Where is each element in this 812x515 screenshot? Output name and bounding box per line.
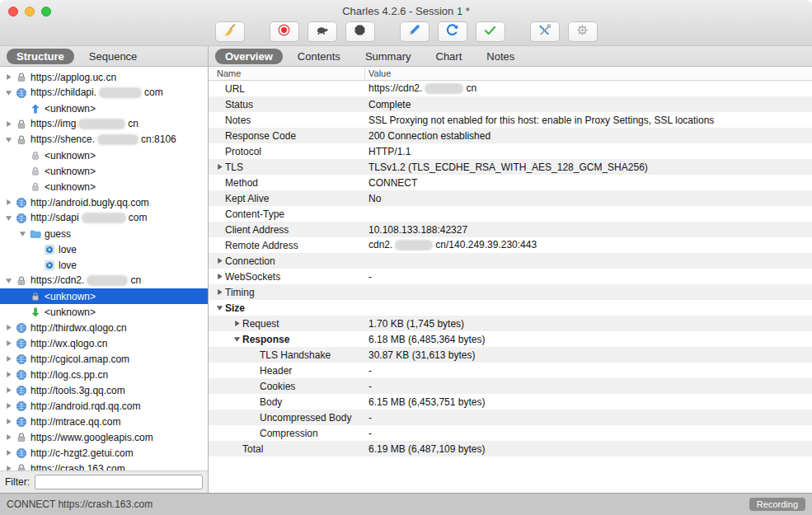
expander-closed-icon[interactable] xyxy=(214,163,225,171)
throttle-button[interactable] xyxy=(307,21,337,42)
expander-closed-icon[interactable] xyxy=(214,288,225,296)
record-button[interactable] xyxy=(270,21,299,42)
breakpoints-button[interactable] xyxy=(345,21,375,42)
expander-closed-icon[interactable] xyxy=(3,120,14,128)
expander-open-icon[interactable] xyxy=(3,214,14,222)
expander-closed-icon[interactable] xyxy=(3,355,14,363)
overview-row-content-type[interactable]: Content-Type xyxy=(209,206,812,222)
overview-row-size[interactable]: Size xyxy=(209,300,812,316)
overview-row-body[interactable]: Body6.15 MB (6,453,751 bytes) xyxy=(209,394,812,410)
overview-row-tls-handshake[interactable]: TLS Handshake30.87 KB (31,613 bytes) xyxy=(209,347,812,363)
tree-item-http-thirdwx-qlogo-cn[interactable]: http://thirdwx.qlogo.cn xyxy=(0,320,208,335)
lock-icon xyxy=(14,134,28,146)
expander-closed-icon[interactable] xyxy=(232,320,242,327)
overview-row-status[interactable]: StatusComplete xyxy=(209,96,812,112)
overview-row-websockets[interactable]: WebSockets- xyxy=(209,269,812,284)
tree-item-https-cdn2-cn[interactable]: https://cdn2.cn xyxy=(0,273,208,288)
tree-item-http-wx-qlogo-cn[interactable]: http://wx.qlogo.cn xyxy=(0,335,208,351)
tree-item-love[interactable]: love xyxy=(0,241,208,257)
overview-row-request[interactable]: Request1.70 KB (1,745 bytes) xyxy=(209,316,812,331)
tree-item-unknown[interactable]: <unknown> xyxy=(0,147,208,163)
overview-row-method[interactable]: MethodCONNECT xyxy=(209,175,812,190)
tools-button[interactable] xyxy=(530,21,560,42)
compose-button[interactable] xyxy=(400,21,429,42)
expander-open-icon[interactable] xyxy=(214,304,225,311)
tree-item-http-c-hzgt2-getui-com[interactable]: http://c-hzgt2.getui.com xyxy=(0,445,208,461)
settings-button[interactable] xyxy=(568,21,598,42)
tree-item-unknown[interactable]: <unknown> xyxy=(0,163,208,179)
expander-closed-icon[interactable] xyxy=(214,257,225,265)
overview-row-total[interactable]: Total6.19 MB (6,487,109 bytes) xyxy=(209,441,812,456)
expander-closed-icon[interactable] xyxy=(3,402,14,410)
row-name: Client Address xyxy=(225,224,289,236)
tree-item-https-applog-uc-cn[interactable]: https://applog.uc.cn xyxy=(0,69,208,85)
tree-item-https-shence-cn-8106[interactable]: https://shence.cn:8106 xyxy=(0,132,208,147)
tab-chart[interactable]: Chart xyxy=(426,49,472,64)
overview-row-connection[interactable]: Connection xyxy=(209,253,812,269)
overview-row-url[interactable]: URLhttps://cdn2.cn xyxy=(209,81,812,96)
tree-item-https-childapi-com[interactable]: https://childapi.com xyxy=(0,85,208,101)
tree-item-unknown[interactable]: <unknown> xyxy=(0,179,208,194)
expander-open-icon[interactable] xyxy=(3,277,14,284)
tree-item-https-crash-163-com[interactable]: https://crash.163.com xyxy=(0,461,208,471)
tab-overview[interactable]: Overview xyxy=(215,49,283,64)
overview-row-client-address[interactable]: Client Address10.108.133.188:42327 xyxy=(209,222,812,237)
expander-closed-icon[interactable] xyxy=(3,73,14,81)
expander-open-icon[interactable] xyxy=(232,335,242,343)
tree-item-label: https://shence.cn:8106 xyxy=(28,133,176,145)
expander-closed-icon[interactable] xyxy=(3,449,14,456)
tree-item-http-log-cs-pp-cn[interactable]: http://log.cs.pp.cn xyxy=(0,367,208,382)
minimize-button[interactable] xyxy=(25,7,35,16)
expander-closed-icon[interactable] xyxy=(3,339,14,347)
overview-row-uncompressed-body[interactable]: Uncompressed Body- xyxy=(209,410,812,425)
tree-item-http-tools-3g-qq-com[interactable]: http://tools.3g.qq.com xyxy=(0,382,208,398)
repeat-button[interactable] xyxy=(438,21,467,42)
tab-notes[interactable]: Notes xyxy=(476,49,524,64)
tree-item-label: https://cdn2.cn xyxy=(28,274,141,286)
expander-open-icon[interactable] xyxy=(3,89,14,96)
expander-closed-icon[interactable] xyxy=(3,418,14,425)
tree-item-love[interactable]: love xyxy=(0,257,208,273)
overview-row-compression[interactable]: Compression- xyxy=(209,425,812,441)
expander-closed-icon[interactable] xyxy=(214,273,225,280)
tree-item-unknown[interactable]: <unknown> xyxy=(0,304,208,320)
tree-item-http-mtrace-qq-com[interactable]: http://mtrace.qq.com xyxy=(0,414,208,429)
expander-closed-icon[interactable] xyxy=(3,199,14,206)
overview-row-response-code[interactable]: Response Code200 Connection established xyxy=(209,128,812,143)
expander-open-icon[interactable] xyxy=(17,230,28,237)
overview-row-response[interactable]: Response6.18 MB (6,485,364 bytes) xyxy=(209,331,812,347)
overview-row-tls[interactable]: TLSTLSv1.2 (TLS_ECDHE_RSA_WITH_AES_128_G… xyxy=(209,159,812,175)
tree-item-unknown[interactable]: <unknown> xyxy=(0,288,208,304)
overview-row-cookies[interactable]: Cookies- xyxy=(209,378,812,394)
tree-item-https-imgcn[interactable]: https://imgcn xyxy=(0,116,208,132)
expander-closed-icon[interactable] xyxy=(3,433,14,441)
overview-row-remote-address[interactable]: Remote Addresscdn2.cn/140.249.39.230:443 xyxy=(209,237,812,253)
overview-row-notes[interactable]: NotesSSL Proxying not enabled for this h… xyxy=(209,112,812,128)
tree-item-guess[interactable]: guess xyxy=(0,226,208,241)
tree-item-http-android-bugly-qq-com[interactable]: http://android.bugly.qq.com xyxy=(0,194,208,210)
expander-closed-icon[interactable] xyxy=(3,371,14,378)
overview-row-protocol[interactable]: ProtocolHTTP/1.1 xyxy=(209,143,812,159)
expander-closed-icon[interactable] xyxy=(3,386,14,394)
row-name: Remote Address xyxy=(225,240,298,251)
close-button[interactable] xyxy=(8,7,18,16)
tree-item-http-android-rqd-qq-com[interactable]: http://android.rqd.qq.com xyxy=(0,398,208,414)
validate-button[interactable] xyxy=(476,21,505,42)
tab-summary[interactable]: Summary xyxy=(355,49,421,64)
expander-open-icon[interactable] xyxy=(3,136,14,143)
tab-structure[interactable]: Structure xyxy=(7,49,74,64)
tab-sequence[interactable]: Sequence xyxy=(79,49,148,64)
expander-closed-icon[interactable] xyxy=(3,465,14,471)
zoom-button[interactable] xyxy=(41,7,51,16)
tree-item-unknown[interactable]: <unknown> xyxy=(0,101,208,116)
tree-item-http-sdapicom[interactable]: http://sdapicom xyxy=(0,210,208,226)
expander-closed-icon[interactable] xyxy=(3,324,14,331)
overview-row-kept-alive[interactable]: Kept AliveNo xyxy=(209,190,812,206)
overview-row-header[interactable]: Header- xyxy=(209,363,812,378)
tree-item-http-cgicol-amap-com[interactable]: http://cgicol.amap.com xyxy=(0,351,208,367)
overview-row-timing[interactable]: Timing xyxy=(209,284,812,300)
clear-session-button[interactable] xyxy=(215,21,245,42)
filter-input[interactable] xyxy=(35,475,203,489)
tree-item-https-www-googleapis-com[interactable]: https://www.googleapis.com xyxy=(0,429,208,445)
tab-contents[interactable]: Contents xyxy=(288,49,350,64)
